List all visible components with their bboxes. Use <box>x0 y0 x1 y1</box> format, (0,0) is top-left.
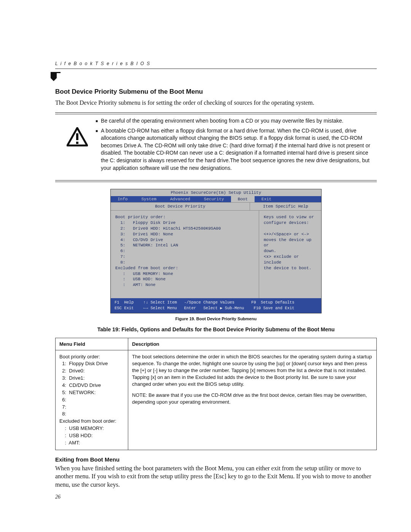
bios-footer: F1 Help ↑↓ Select Item -/Space Change Va… <box>111 298 321 313</box>
bios-title: Phoenix SecureCore(tm) Setup Utility <box>111 189 321 196</box>
bios-tab-advanced: Advanced <box>163 196 197 202</box>
section-title: Boot Device Priority Submenu of the Boot… <box>55 88 377 96</box>
svg-rect-1 <box>57 72 61 73</box>
fields-table: Menu Field Description Boot priority ord… <box>55 338 377 450</box>
warning-text: A bootable CD-ROM has either a floppy di… <box>101 127 377 172</box>
page-number: 26 <box>55 494 377 500</box>
table-row: Boot priority order: 1: Floppy Disk Driv… <box>56 350 377 450</box>
svg-rect-4 <box>76 142 78 144</box>
bullet-icon: ■ <box>96 127 98 172</box>
running-header: L i f e B o o k T S e r i e s B I O S <box>55 61 377 69</box>
bios-tab-system: System <box>134 196 163 202</box>
bios-panel-title-left: Boot Device Priority <box>111 203 250 210</box>
flag-icon <box>51 72 61 83</box>
th-description: Description <box>128 338 377 350</box>
bios-screenshot: Phoenix SecureCore(tm) Setup Utility Inf… <box>110 189 322 313</box>
divider-bottom <box>55 180 377 181</box>
td-menu-field: Boot priority order: 1: Floppy Disk Driv… <box>56 350 128 450</box>
bios-tab-info: Info <box>111 196 134 202</box>
exit-heading: Exiting from Boot Menu <box>55 456 377 463</box>
bullet-icon: ■ <box>96 117 98 125</box>
page: L i f e B o o k T S e r i e s B I O S Bo… <box>0 0 411 532</box>
bios-tab-exit: Exit <box>255 196 278 202</box>
bios-tabs: Info System Advanced Security Boot Exit <box>111 196 321 202</box>
bios-tab-security: Security <box>197 196 231 202</box>
bios-boot-order: Boot priority order: 1: Floppy Disk Driv… <box>111 211 259 298</box>
bios-help-text: Keys used to view or configure devices: … <box>259 211 321 298</box>
svg-marker-0 <box>51 72 57 81</box>
divider-top <box>55 112 377 113</box>
warning-icon <box>67 127 88 149</box>
svg-rect-3 <box>76 133 78 140</box>
section-intro: The Boot Device Priority submenu is for … <box>55 99 377 107</box>
warning-text: Be careful of the operating environment … <box>101 117 343 125</box>
warning-block: ■ Be careful of the operating environmen… <box>55 114 377 177</box>
bios-panel-title-right: Item Specific Help <box>250 203 321 210</box>
th-menu-field: Menu Field <box>56 338 128 350</box>
warning-item: ■ Be careful of the operating environmen… <box>96 117 377 125</box>
warning-item: ■ A bootable CD-ROM has either a floppy … <box>96 127 377 172</box>
exit-body: When you have finished setting the boot … <box>55 464 377 489</box>
figure-caption: Figure 19. Boot Device Priority Submenu <box>55 316 377 321</box>
table-caption: Table 19: Fields, Options and Defaults f… <box>55 326 377 332</box>
td-description: The boot selections determine the order … <box>128 350 377 450</box>
bios-tab-boot: Boot <box>231 196 255 202</box>
